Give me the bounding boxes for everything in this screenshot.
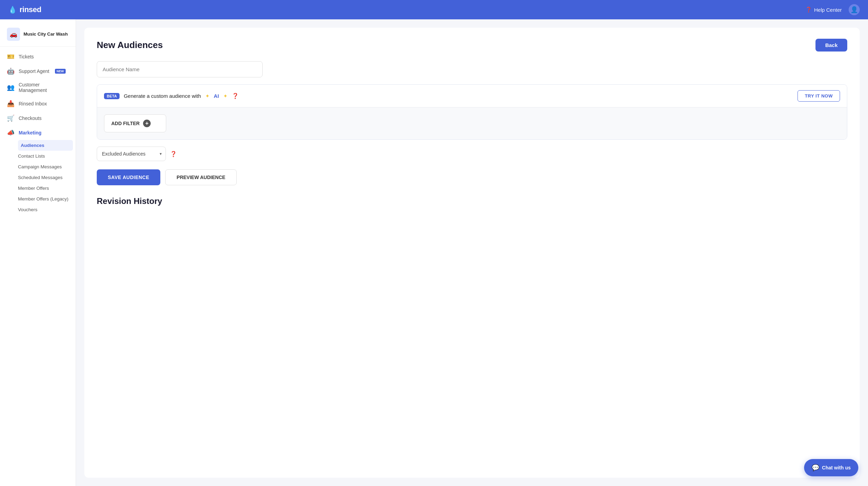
sidebar-item-checkouts[interactable]: 🛒 Checkouts	[0, 111, 76, 125]
scheduled-messages-label: Scheduled Messages	[18, 175, 63, 180]
chat-button[interactable]: 💬 Chat with us	[804, 459, 858, 476]
excluded-audiences-section: Excluded Audiences ▾ ❓	[97, 147, 847, 161]
campaign-messages-label: Campaign Messages	[18, 164, 62, 169]
excluded-audiences-wrapper: Excluded Audiences ▾	[97, 147, 166, 161]
filter-area: ADD FILTER +	[97, 108, 847, 139]
page-header: New Audiences Back	[97, 39, 847, 52]
sparkle-left: ✦	[205, 93, 210, 99]
sidebar-brand: 🚗 Music City Car Wash	[0, 25, 76, 47]
ai-text-before: Generate a custom audience with	[124, 93, 201, 99]
sidebar-item-campaign-messages[interactable]: Campaign Messages	[18, 161, 76, 172]
sidebar-label-checkouts: Checkouts	[19, 115, 41, 121]
page-inner: New Audiences Back BETA Generate a custo…	[84, 28, 860, 478]
ai-banner-left: BETA Generate a custom audience with ✦ A…	[104, 93, 239, 99]
vouchers-label: Vouchers	[18, 207, 37, 212]
member-offers-label: Member Offers	[18, 186, 49, 191]
contact-lists-label: Contact Lists	[18, 153, 45, 159]
tickets-icon: 🎫	[7, 53, 15, 60]
customer-management-icon: 👥	[7, 84, 15, 91]
excluded-help-icon[interactable]: ❓	[170, 151, 177, 157]
avatar-icon: 👤	[850, 6, 858, 13]
page-title: New Audiences	[97, 40, 163, 50]
sidebar-label-rinsed-inbox: Rinsed Inbox	[19, 101, 47, 106]
marketing-submenu: Audiences Contact Lists Campaign Message…	[0, 140, 76, 215]
ai-banner-top: BETA Generate a custom audience with ✦ A…	[97, 85, 847, 108]
main-content: New Audiences Back BETA Generate a custo…	[76, 19, 868, 486]
beta-badge: BETA	[104, 93, 120, 99]
help-icon: ❓	[805, 7, 812, 13]
chat-bubble-icon: 💬	[812, 464, 819, 471]
add-filter-label: ADD FILTER	[111, 121, 140, 126]
revision-history-title: Revision History	[97, 196, 847, 206]
ai-text-highlight: AI	[214, 93, 219, 99]
checkouts-icon: 🛒	[7, 114, 15, 122]
sidebar-item-customer-management[interactable]: 👥 Customer Management	[0, 78, 76, 96]
sidebar-label-marketing: Marketing	[19, 130, 41, 135]
sidebar-item-scheduled-messages[interactable]: Scheduled Messages	[18, 172, 76, 183]
app-body: 🚗 Music City Car Wash 🎫 Tickets 🤖 Suppor…	[0, 19, 868, 486]
topnav-logo: 💧 rinsed	[8, 5, 41, 14]
ai-banner: BETA Generate a custom audience with ✦ A…	[97, 84, 847, 140]
sidebar-item-member-offers-legacy[interactable]: Member Offers (Legacy)	[18, 194, 76, 204]
ai-help-icon[interactable]: ❓	[232, 93, 239, 99]
member-offers-legacy-label: Member Offers (Legacy)	[18, 196, 68, 202]
sidebar-item-vouchers[interactable]: Vouchers	[18, 204, 76, 215]
sidebar-item-member-offers[interactable]: Member Offers	[18, 183, 76, 194]
drop-icon: 💧	[8, 6, 17, 14]
sparkle-right: ✦	[223, 93, 228, 99]
sidebar-item-tickets[interactable]: 🎫 Tickets	[0, 49, 76, 64]
excluded-audiences-select[interactable]: Excluded Audiences	[97, 147, 166, 161]
sidebar-label-customer-management: Customer Management	[19, 82, 69, 93]
topnav-right: ❓ Help Center 👤	[805, 4, 860, 15]
sidebar-item-support-agent[interactable]: 🤖 Support Agent NEW	[0, 64, 76, 78]
sidebar-item-marketing[interactable]: 📣 Marketing	[0, 125, 76, 140]
sidebar-item-audiences[interactable]: Audiences	[18, 140, 73, 151]
sidebar-item-rinsed-inbox[interactable]: 📥 Rinsed Inbox	[0, 96, 76, 111]
rinsed-inbox-icon: 📥	[7, 100, 15, 108]
audience-name-input[interactable]	[97, 61, 263, 77]
chat-label: Chat with us	[822, 465, 851, 470]
sidebar-item-contact-lists[interactable]: Contact Lists	[18, 151, 76, 161]
sidebar-label-tickets: Tickets	[19, 54, 34, 59]
user-avatar[interactable]: 👤	[849, 4, 860, 15]
try-now-button[interactable]: TRY IT NOW	[798, 90, 840, 102]
topnav: 💧 rinsed ❓ Help Center 👤	[0, 0, 868, 19]
audiences-label: Audiences	[21, 143, 44, 148]
logo-text: rinsed	[20, 5, 41, 14]
add-filter-button[interactable]: ADD FILTER +	[104, 114, 166, 132]
support-agent-icon: 🤖	[7, 67, 15, 75]
new-badge: NEW	[55, 69, 66, 74]
preview-audience-button[interactable]: PREVIEW AUDIENCE	[165, 169, 237, 185]
marketing-icon: 📣	[7, 129, 15, 137]
help-center-label: Help Center	[814, 7, 842, 13]
sidebar: 🚗 Music City Car Wash 🎫 Tickets 🤖 Suppor…	[0, 19, 76, 486]
plus-circle-icon: +	[143, 120, 151, 127]
back-button[interactable]: Back	[815, 39, 847, 52]
brand-name: Music City Car Wash	[23, 31, 68, 37]
brand-logo-icon: 🚗	[7, 28, 20, 41]
help-center-link[interactable]: ❓ Help Center	[805, 7, 842, 13]
sidebar-label-support-agent: Support Agent	[19, 68, 49, 74]
action-buttons: SAVE AUDIENCE PREVIEW AUDIENCE	[97, 169, 847, 185]
save-audience-button[interactable]: SAVE AUDIENCE	[97, 169, 160, 185]
